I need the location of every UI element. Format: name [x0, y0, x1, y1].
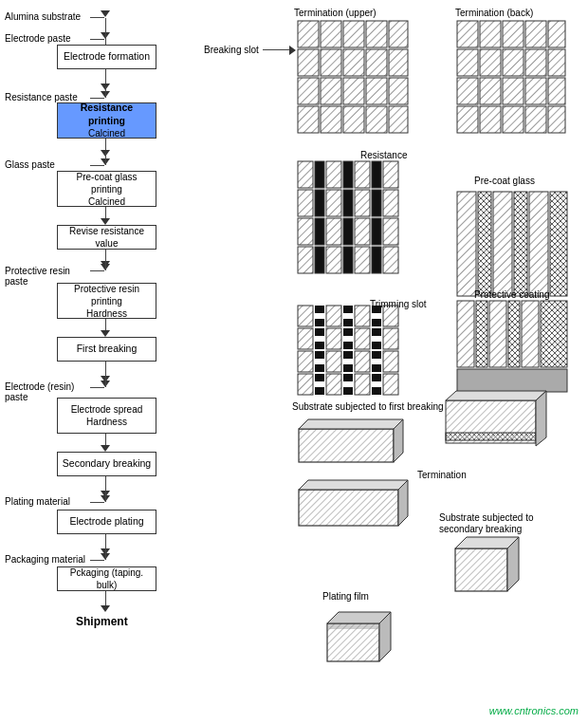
- svg-rect-58: [383, 190, 398, 216]
- svg-rect-70: [355, 247, 370, 273]
- svg-rect-37: [525, 78, 546, 104]
- svg-rect-108: [343, 364, 353, 372]
- protective-resin-printing-text: Protective resin printing: [62, 283, 152, 307]
- svg-rect-55: [343, 190, 353, 216]
- svg-rect-116: [326, 374, 341, 395]
- revise-resistance-text: Revise resistance value: [62, 225, 152, 250]
- precoat-glass-sub: Calcined: [88, 195, 125, 208]
- svg-rect-42: [525, 106, 546, 133]
- vline-10b: [105, 370, 106, 387]
- svg-rect-105: [315, 364, 324, 372]
- svg-rect-99: [355, 328, 370, 349]
- packaging-box: Pckaging (taping. bulk): [57, 566, 156, 591]
- svg-marker-146: [299, 480, 408, 490]
- plating-material-label: Plating material: [5, 496, 70, 507]
- svg-rect-79: [514, 192, 527, 296]
- connector-h8: [90, 560, 104, 561]
- svg-rect-84: [315, 306, 324, 313]
- electrode-formation-text: Electrode formation: [64, 50, 150, 64]
- electrode-spread-sub: Hardness: [86, 416, 127, 428]
- svg-rect-34: [457, 78, 478, 104]
- svg-rect-60: [315, 218, 324, 245]
- protective-resin-paste-label2: paste: [5, 276, 28, 287]
- termination-back-diagram: [455, 19, 569, 142]
- svg-rect-46: [315, 161, 324, 188]
- svg-rect-106: [326, 351, 341, 372]
- svg-rect-119: [355, 374, 370, 395]
- svg-rect-92: [383, 306, 398, 326]
- svg-rect-12: [389, 49, 408, 76]
- resistance-printing-box: Resistance printing Calcined: [57, 102, 156, 139]
- svg-marker-142: [446, 391, 546, 400]
- svg-rect-62: [343, 218, 353, 245]
- electrode-spread-box: Electrode spread Hardness: [57, 398, 156, 434]
- svg-rect-72: [383, 247, 398, 273]
- precoat-glass-diagram: [455, 190, 569, 299]
- electrode-resin-paste-label: Electrode (resin): [5, 381, 74, 392]
- svg-rect-130: [522, 301, 539, 367]
- svg-rect-40: [480, 106, 501, 133]
- svg-rect-9: [321, 49, 341, 76]
- svg-rect-16: [366, 78, 387, 104]
- svg-rect-15: [343, 78, 364, 104]
- vline-5: [105, 153, 106, 165]
- svg-rect-88: [343, 319, 353, 326]
- breaking-slot-tri: [289, 46, 296, 55]
- svg-rect-115: [315, 387, 324, 395]
- svg-rect-18: [298, 106, 319, 133]
- protective-resin-hardness: Hardness: [86, 307, 127, 320]
- svg-rect-101: [372, 342, 381, 349]
- connector-h1: [90, 17, 104, 18]
- plating-film-label: Plating film: [322, 591, 369, 602]
- svg-rect-109: [355, 351, 370, 372]
- svg-rect-117: [343, 374, 353, 381]
- svg-rect-43: [548, 106, 565, 133]
- svg-rect-107: [343, 351, 353, 359]
- svg-rect-114: [315, 374, 324, 381]
- svg-rect-120: [372, 374, 381, 381]
- svg-rect-51: [383, 161, 398, 188]
- svg-rect-36: [503, 78, 524, 104]
- termination-back-label: Termination (back): [455, 8, 533, 18]
- secondary-breaking-box: Secondary breaking: [57, 452, 156, 476]
- svg-rect-94: [315, 328, 324, 336]
- protective-resin-paste-label: Protective resin: [5, 266, 70, 276]
- svg-rect-47: [326, 161, 341, 188]
- breaking-slot-arrow: [263, 49, 291, 50]
- svg-rect-38: [548, 78, 565, 104]
- connector-h3: [90, 98, 104, 99]
- precoat-glass-box: Pre-coat glass printing Calcined: [57, 171, 156, 207]
- svg-rect-145: [299, 490, 398, 526]
- svg-rect-5: [343, 21, 364, 47]
- svg-rect-90: [372, 306, 381, 313]
- watermark: www.cntronics.com: [489, 705, 579, 716]
- svg-rect-28: [548, 21, 565, 47]
- svg-rect-134: [299, 429, 394, 462]
- vline-8: [105, 254, 106, 270]
- svg-rect-103: [298, 351, 313, 372]
- svg-rect-13: [298, 78, 319, 104]
- packaging-material-label: Packaging material: [5, 554, 85, 565]
- svg-rect-112: [383, 351, 398, 372]
- svg-rect-131: [541, 301, 567, 367]
- vline-12b: [105, 485, 106, 502]
- svg-rect-7: [389, 21, 408, 47]
- svg-rect-156: [328, 624, 379, 629]
- vline-top: [105, 18, 106, 45]
- svg-rect-67: [315, 247, 324, 273]
- svg-rect-3: [298, 21, 319, 47]
- electrode-spread-text: Electrode spread: [71, 403, 143, 416]
- svg-rect-104: [315, 351, 324, 359]
- first-breaking-text: First breaking: [77, 343, 138, 356]
- svg-rect-50: [372, 161, 381, 188]
- svg-rect-30: [480, 49, 501, 76]
- svg-rect-93: [298, 328, 313, 349]
- main-page: { "title": "Chip Resistor Manufacturing …: [0, 0, 588, 724]
- revise-resistance-box: Revise resistance value: [57, 225, 156, 250]
- svg-rect-29: [457, 49, 478, 76]
- svg-rect-87: [343, 306, 353, 313]
- svg-rect-69: [343, 247, 353, 273]
- svg-rect-98: [343, 342, 353, 349]
- svg-rect-39: [457, 106, 478, 133]
- plating-film-diagram: [313, 604, 398, 676]
